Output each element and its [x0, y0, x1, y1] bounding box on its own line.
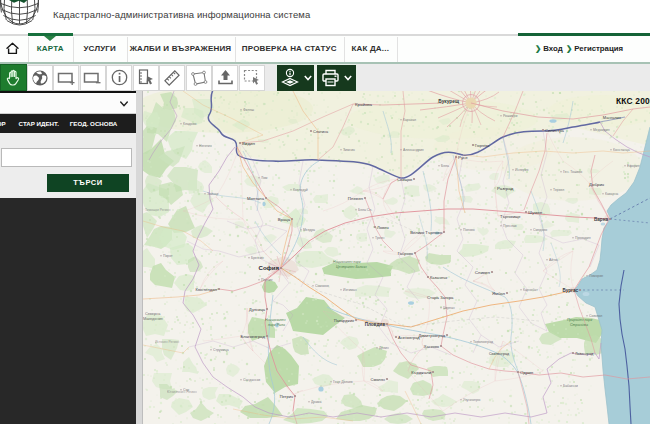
svg-text:Источен Регион: Источен Регион — [155, 340, 179, 344]
svg-text:Поморие: Поморие — [589, 274, 603, 278]
svg-text:Зимнич: Зимнич — [343, 148, 355, 152]
svg-text:Тополовград: Тополовград — [473, 340, 493, 344]
svg-text:Природен парк: Природен парк — [567, 318, 593, 322]
svg-text:Троян: Троян — [375, 236, 384, 240]
svg-text:Свищов: Свищов — [397, 177, 412, 182]
svg-text:Шумен: Шумен — [528, 210, 543, 215]
svg-text:Петрич: Петрич — [280, 394, 293, 399]
svg-text:Брезник: Брезник — [251, 256, 264, 260]
svg-text:Слатина: Слатина — [313, 130, 329, 134]
svg-text:Монтана: Монтана — [247, 196, 265, 201]
svg-text:Пловдив: Пловдив — [365, 322, 386, 327]
svg-text:Дупница: Дупница — [249, 307, 266, 312]
svg-text:Македония: Македония — [143, 317, 163, 321]
svg-text:Бургас: Бургас — [562, 288, 578, 293]
svg-text:Одрин: Одрин — [520, 370, 534, 375]
svg-text:Букурещ: Букурещ — [438, 99, 459, 104]
svg-text:Югоизточен Регион: Югоизточен Регион — [167, 390, 197, 394]
svg-text:Разград: Разград — [497, 186, 514, 191]
svg-text:Национален: Национален — [265, 318, 286, 322]
svg-text:Централен Балкан: Централен Балкан — [336, 265, 367, 269]
svg-text:Каварна: Каварна — [605, 192, 618, 196]
svg-text:Зайчар: Зайчар — [207, 192, 218, 196]
svg-text:Констанца: Констанца — [613, 148, 630, 152]
svg-text:Враца: Враца — [278, 217, 291, 222]
svg-text:Силистра: Силистра — [545, 128, 564, 133]
svg-text:Попово: Попово — [463, 228, 475, 232]
svg-text:Ловеч: Ловеч — [377, 225, 389, 230]
svg-text:Сандански: Сандански — [243, 378, 260, 382]
svg-text:Национален парк: Национален парк — [333, 260, 361, 264]
svg-text:Добрич: Добрич — [589, 182, 604, 187]
svg-text:Тервел: Тервел — [553, 188, 564, 192]
svg-text:Преслав: Преслав — [503, 224, 517, 228]
svg-text:Неготин: Неготин — [199, 144, 212, 148]
svg-text:Мездра: Мездра — [303, 228, 315, 232]
svg-text:парк Рила: парк Рила — [268, 323, 285, 327]
svg-text:Кюстендил: Кюстендил — [196, 287, 218, 292]
svg-text:Гоце Делчев: Гоце Делчев — [333, 380, 353, 384]
svg-text:Айтос: Айтос — [549, 258, 559, 262]
svg-text:Филяш: Филяш — [243, 108, 254, 112]
svg-text:Бяла: Бяла — [441, 164, 449, 168]
svg-text:Провадия: Провадия — [575, 236, 591, 240]
svg-text:Стара Загора: Стара Загора — [427, 295, 454, 300]
svg-text:Козлодуй: Козлодуй — [293, 188, 308, 192]
svg-text:Кърджали: Кърджали — [411, 370, 431, 375]
svg-text:Бабаески: Бабаески — [563, 384, 578, 388]
svg-text:Гюргево: Гюргево — [475, 144, 489, 148]
svg-text:Меджидия: Меджидия — [593, 128, 610, 132]
svg-text:ККС 2005: ККС 2005 — [616, 96, 650, 106]
svg-text:Асеновград: Асеновград — [398, 335, 420, 340]
svg-text:Ген. Тошево: Ген. Тошево — [563, 170, 582, 174]
svg-text:Тимошки Регион: Тимошки Регион — [145, 208, 170, 212]
svg-text:Сливен: Сливен — [475, 270, 491, 275]
svg-text:Каракал: Каракал — [403, 118, 416, 122]
svg-text:Мангалия: Мангалия — [603, 115, 621, 120]
svg-text:Пазарджик: Пазарджик — [334, 318, 354, 323]
svg-text:Перник: Перник — [261, 278, 273, 282]
svg-text:Струмица: Струмица — [213, 348, 229, 352]
svg-text:Димитровград: Димитровград — [418, 333, 445, 338]
svg-text:Плевен: Плевен — [348, 196, 364, 201]
svg-text:Кладово: Кладово — [183, 122, 196, 126]
svg-text:Пирот: Пирот — [163, 254, 173, 258]
svg-text:Ямбол: Ямбол — [492, 291, 505, 296]
svg-text:Търговище: Търговище — [500, 214, 521, 219]
svg-text:Узункюпрю: Узункюпрю — [463, 398, 481, 402]
svg-text:Ихтиман: Ихтиман — [343, 288, 357, 292]
svg-text:Русе: Русе — [458, 155, 468, 160]
svg-text:Драма: Драма — [311, 400, 321, 404]
svg-text:Крайова: Крайова — [355, 102, 373, 107]
svg-text:Странджа: Странджа — [570, 323, 588, 327]
svg-text:Рошиори: Рошиори — [503, 114, 517, 118]
svg-text:Бяла Сл.: Бяла Сл. — [358, 208, 372, 212]
svg-text:Смядово: Смядово — [533, 228, 547, 232]
svg-text:Велико Търново: Велико Търново — [410, 230, 442, 235]
svg-text:Казанлък: Казанлък — [430, 275, 448, 280]
svg-text:Лозенград: Лозенград — [575, 352, 594, 356]
svg-text:Александрия: Александрия — [403, 148, 424, 152]
svg-text:Смолян: Смолян — [371, 377, 385, 382]
svg-text:Свиленград: Свиленград — [489, 352, 510, 356]
svg-text:Северна: Северна — [145, 312, 161, 316]
svg-text:Видин: Видин — [242, 141, 255, 146]
svg-text:Чирпан: Чирпан — [443, 306, 455, 310]
svg-text:Лом: Лом — [261, 176, 268, 180]
svg-text:Самоков: Самоков — [315, 284, 329, 288]
svg-text:Варна: Варна — [594, 217, 608, 222]
svg-text:София: София — [259, 265, 280, 271]
svg-text:Ефория: Ефория — [627, 164, 640, 168]
svg-text:Карнобат: Карнобат — [523, 288, 538, 292]
svg-text:Девин: Девин — [379, 346, 389, 350]
svg-text:Хасково: Хасково — [424, 344, 440, 349]
svg-text:Благоевград: Благоевград — [241, 334, 266, 339]
svg-text:Исперих: Исперих — [515, 168, 529, 172]
svg-text:Габрово: Габрово — [398, 251, 414, 256]
